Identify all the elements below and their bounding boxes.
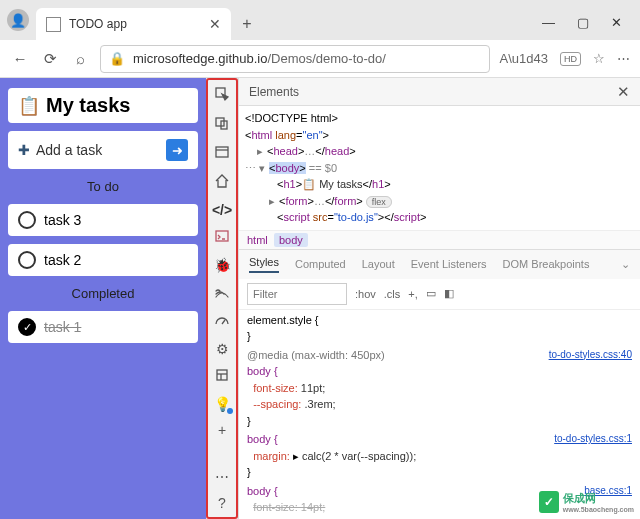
list-item[interactable]: ✓task 1: [8, 311, 198, 343]
svg-rect-1: [216, 118, 224, 126]
page-title: 📋 My tasks: [8, 88, 198, 123]
back-button[interactable]: ←: [10, 49, 30, 69]
device-icon[interactable]: [214, 115, 230, 134]
address-bar[interactable]: 🔒 microsoftedge.github.io/Demos/demo-to-…: [100, 45, 490, 73]
source-link[interactable]: to-do-styles.css:40: [549, 347, 632, 362]
todo-app: 📋 My tasks ✚ Add a task ➜ To do task 3 t…: [0, 78, 206, 519]
refresh-button[interactable]: ⟳: [40, 49, 60, 69]
shield-icon: ✓: [539, 491, 559, 513]
close-devtools-icon[interactable]: ✕: [617, 83, 630, 101]
tab-computed[interactable]: Computed: [295, 258, 346, 270]
cls-toggle[interactable]: .cls: [384, 288, 401, 300]
devtools-activity-bar: </> 🐞 ⚙ 💡 + ⋯ ?: [206, 78, 238, 519]
inspect-icon[interactable]: [214, 86, 230, 105]
favorite-icon[interactable]: ☆: [593, 51, 605, 66]
panel-name: Elements: [249, 85, 299, 99]
sources-icon[interactable]: 🐞: [214, 257, 231, 273]
tab-layout[interactable]: Layout: [362, 258, 395, 270]
read-aloud-icon[interactable]: A\u1d43: [500, 51, 548, 66]
svg-rect-7: [217, 370, 227, 380]
section-todo: To do: [8, 177, 198, 196]
close-window-icon[interactable]: ✕: [611, 15, 622, 30]
svg-line-6: [222, 320, 225, 324]
lighthouse-icon[interactable]: 💡: [214, 396, 231, 412]
add-task-input[interactable]: ✚ Add a task ➜: [8, 131, 198, 169]
tab-event-listeners[interactable]: Event Listeners: [411, 258, 487, 270]
application-icon[interactable]: [214, 367, 230, 386]
memory-icon[interactable]: ⚙: [216, 341, 229, 357]
breadcrumb[interactable]: html body: [239, 230, 640, 250]
checkbox-icon[interactable]: [18, 251, 36, 269]
submit-task-button[interactable]: ➜: [166, 139, 188, 161]
network-icon[interactable]: [214, 283, 230, 302]
list-item[interactable]: task 3: [8, 204, 198, 236]
new-rule-icon[interactable]: +,: [408, 288, 417, 300]
panel-icon[interactable]: [214, 144, 230, 163]
styles-pane[interactable]: element.style {} @media (max-width: 450p…: [239, 310, 640, 520]
maximize-icon[interactable]: ▢: [577, 15, 589, 30]
rendering-icon[interactable]: ◧: [444, 287, 454, 300]
list-item[interactable]: task 2: [8, 244, 198, 276]
clipboard-icon: 📋: [18, 95, 40, 117]
computed-toggle-icon[interactable]: ▭: [426, 287, 436, 300]
chevron-down-icon[interactable]: ⌄: [621, 258, 630, 271]
menu-icon[interactable]: ⋯: [617, 51, 630, 66]
tab-dom-breakpoints[interactable]: DOM Breakpoints: [503, 258, 590, 270]
source-link[interactable]: to-do-styles.css:1: [554, 431, 632, 446]
hd-badge[interactable]: HD: [560, 52, 581, 66]
lock-icon: 🔒: [109, 51, 125, 66]
add-tool-icon[interactable]: +: [218, 422, 226, 438]
elements-icon[interactable]: </>: [212, 202, 232, 218]
url-path: /Demos/demo-to-do/: [267, 51, 386, 66]
search-icon[interactable]: ⌕: [70, 49, 90, 69]
close-icon[interactable]: ✕: [209, 16, 221, 32]
browser-tab[interactable]: TODO app ✕: [36, 8, 231, 40]
favicon: [46, 17, 61, 32]
checkbox-icon[interactable]: [18, 211, 36, 229]
hov-toggle[interactable]: :hov: [355, 288, 376, 300]
url-host: microsoftedge.github.io: [133, 51, 267, 66]
new-tab-button[interactable]: +: [231, 8, 263, 40]
console-icon[interactable]: [214, 228, 230, 247]
dom-tree[interactable]: <!DOCTYPE html> <html lang="en"> ▸<head>…: [239, 106, 640, 230]
tab-title: TODO app: [69, 17, 201, 31]
svg-rect-3: [216, 147, 228, 157]
checkbox-done-icon[interactable]: ✓: [18, 318, 36, 336]
watermark: ✓ 保成网 www.5baocheng.com: [539, 491, 634, 513]
tab-styles[interactable]: Styles: [249, 256, 279, 273]
more-icon[interactable]: ⋯: [215, 469, 229, 485]
performance-icon[interactable]: [214, 312, 230, 331]
profile-avatar[interactable]: 👤: [7, 9, 29, 31]
section-completed: Completed: [8, 284, 198, 303]
styles-filter-input[interactable]: [247, 283, 347, 305]
home-icon[interactable]: [214, 173, 230, 192]
help-icon[interactable]: ?: [218, 495, 226, 511]
minimize-icon[interactable]: ―: [542, 15, 555, 30]
